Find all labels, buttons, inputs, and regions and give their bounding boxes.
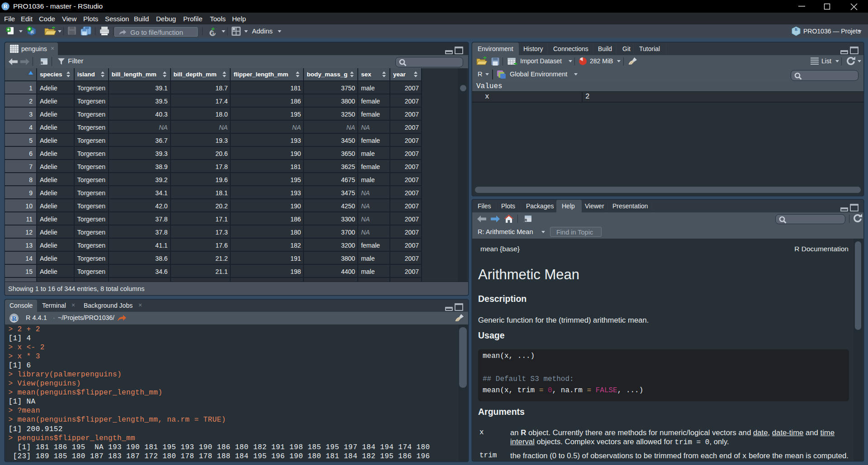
svg-text:R: R [795, 27, 798, 32]
svg-text:R: R [3, 3, 8, 9]
svg-text:R: R [12, 315, 17, 322]
